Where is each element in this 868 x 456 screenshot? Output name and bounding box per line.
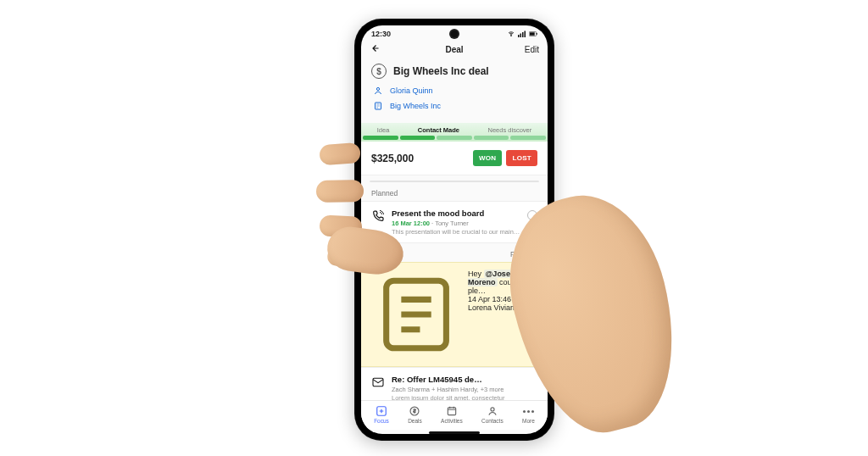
deal-value-row: $325,000 WON LOST xyxy=(361,142,548,175)
email-participants: Zach Sharma + Hashim Hardy, +3 more xyxy=(392,386,537,393)
svg-rect-6 xyxy=(530,32,535,35)
edit-button[interactable]: Edit xyxy=(519,45,539,54)
svg-point-15 xyxy=(491,408,494,411)
pipeline-seg xyxy=(437,136,472,140)
svg-rect-1 xyxy=(518,35,520,37)
focus-icon xyxy=(376,405,387,417)
nav-focus[interactable]: Focus xyxy=(374,405,389,424)
nav-more[interactable]: More xyxy=(522,405,535,424)
email-subject: Re: Offer LM45945 de… xyxy=(392,375,537,384)
deal-value: $325,000 xyxy=(371,153,414,164)
dollar-circle-icon: $ xyxy=(371,64,387,79)
note-text: Hey @Jose Moreno could you ple… xyxy=(468,270,537,295)
svg-rect-11 xyxy=(373,378,383,386)
contacts-icon xyxy=(487,405,498,417)
nav-contacts[interactable]: Contacts xyxy=(481,405,504,424)
more-icon xyxy=(522,405,534,417)
filter-icon xyxy=(529,250,537,259)
nav-label: Contacts xyxy=(481,418,504,424)
svg-point-8 xyxy=(376,87,379,90)
section-past: Past Filter xyxy=(361,243,548,262)
svg-rect-3 xyxy=(522,32,524,37)
phone-frame: 12:30 Deal Edit $ Big Wheels Inc deal xyxy=(354,19,554,441)
person-icon xyxy=(373,86,383,96)
planned-activity-card[interactable]: Present the mood board 16 Mar 12:00 · To… xyxy=(361,201,548,243)
nav-label: Focus xyxy=(374,418,389,424)
won-button[interactable]: WON xyxy=(473,150,502,166)
svg-rect-14 xyxy=(448,408,455,415)
content-scroll: $ Big Wheels Inc deal Gloria Quinn Big W… xyxy=(361,58,548,400)
note-meta: 14 Apr 13:46 · Lorena Vivian xyxy=(468,295,537,312)
status-icons xyxy=(507,31,537,37)
nav-activities[interactable]: Activities xyxy=(441,405,463,424)
filter-button[interactable]: Filter xyxy=(510,250,537,259)
deal-header: $ Big Wheels Inc deal Gloria Quinn Big W… xyxy=(361,58,548,123)
activity-meta: 16 Mar 12:00 · Tony Turner xyxy=(392,220,520,227)
nav-label: Deals xyxy=(408,418,422,424)
pipeline-stage-label: Needs discover xyxy=(488,126,532,134)
battery-icon xyxy=(529,31,537,37)
note-icon xyxy=(371,270,461,359)
person-link-label: Gloria Quinn xyxy=(390,86,433,95)
lost-button[interactable]: LOST xyxy=(506,150,537,166)
arrow-left-icon xyxy=(370,43,380,53)
filter-label: Filter xyxy=(510,250,526,259)
pipeline-seg xyxy=(400,136,436,140)
wifi-icon xyxy=(507,31,515,37)
email-preview: Lorem ipsum dolor sit amet, consectetur xyxy=(392,394,537,400)
deal-title-row: $ Big Wheels Inc deal xyxy=(371,64,537,79)
activity-desc: This presentation will be crucial to our… xyxy=(392,228,520,236)
note-card[interactable]: Hey @Jose Moreno could you ple… 14 Apr 1… xyxy=(361,262,548,367)
pipeline[interactable]: Idea Contact Made Needs discover xyxy=(361,123,548,142)
call-icon xyxy=(371,209,385,223)
org-link-row[interactable]: Big Wheels Inc xyxy=(373,101,537,111)
section-planned-label: Planned xyxy=(371,189,398,197)
svg-rect-4 xyxy=(525,31,526,38)
nav-label: More xyxy=(522,418,535,424)
pipeline-labels: Idea Contact Made Needs discover xyxy=(361,123,548,136)
svg-rect-9 xyxy=(376,103,381,109)
nav-title: Deal xyxy=(445,45,463,54)
bottom-nav: Focus Deals Activities Contacts More xyxy=(361,400,548,430)
pipeline-bar xyxy=(361,136,548,140)
status-bar: 12:30 xyxy=(361,25,548,40)
email-card[interactable]: Re: Offer LM45945 de… Zach Sharma + Hash… xyxy=(361,367,548,400)
section-planned: Planned xyxy=(361,182,548,201)
pipeline-seg xyxy=(474,136,509,140)
pipeline-stage-label: Idea xyxy=(377,126,390,134)
nav-label: Activities xyxy=(441,418,463,424)
svg-point-0 xyxy=(511,36,512,36)
section-past-label: Past xyxy=(371,250,386,259)
cellular-icon xyxy=(518,31,526,37)
calendar-icon xyxy=(446,405,458,417)
back-button[interactable] xyxy=(370,43,390,55)
clock: 12:30 xyxy=(371,30,391,38)
home-indicator xyxy=(429,431,480,434)
org-link-label: Big Wheels Inc xyxy=(390,102,441,110)
pipeline-seg xyxy=(510,136,546,140)
svg-rect-2 xyxy=(520,34,522,38)
outcome-buttons: WON LOST xyxy=(473,150,537,166)
screen: 12:30 Deal Edit $ Big Wheels Inc deal xyxy=(361,25,548,434)
nav-deals[interactable]: Deals xyxy=(408,405,422,424)
person-link-row[interactable]: Gloria Quinn xyxy=(373,86,537,96)
pipeline-stage-label: Contact Made xyxy=(418,126,459,134)
pipeline-seg xyxy=(363,136,398,140)
building-icon xyxy=(373,101,383,111)
activity-complete-toggle[interactable] xyxy=(527,210,537,220)
mail-icon xyxy=(371,375,385,389)
activity-title: Present the mood board xyxy=(392,209,520,218)
deal-title: Big Wheels Inc deal xyxy=(393,65,489,77)
nav-header: Deal Edit xyxy=(361,40,548,58)
deals-icon xyxy=(409,405,420,417)
svg-rect-7 xyxy=(537,33,537,35)
